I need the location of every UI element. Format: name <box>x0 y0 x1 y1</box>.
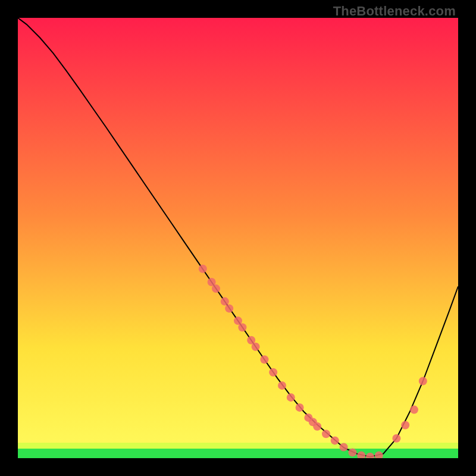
sample-point <box>260 355 268 364</box>
sample-point <box>225 304 233 312</box>
plot-area <box>18 18 458 458</box>
sample-point <box>278 381 286 390</box>
sample-point <box>410 406 418 414</box>
sample-point <box>340 443 348 452</box>
sample-point <box>392 434 400 443</box>
sample-point <box>348 448 356 456</box>
sample-point <box>331 436 339 444</box>
sample-point <box>238 323 246 331</box>
sample-point <box>419 377 427 386</box>
sample-point <box>401 421 409 430</box>
sample-point <box>296 403 304 412</box>
sample-point <box>252 343 260 351</box>
sample-point <box>199 265 207 273</box>
watermark-text: TheBottleneck.com <box>333 4 456 19</box>
sample-point <box>287 393 295 402</box>
sample-point <box>212 284 220 293</box>
sample-point <box>221 298 229 306</box>
chart-frame: TheBottleneck.com <box>0 0 476 476</box>
sample-point <box>269 368 277 377</box>
sample-point <box>322 430 330 438</box>
background-gradient <box>18 18 458 458</box>
green-band <box>18 447 458 458</box>
gradient-chart <box>18 18 458 458</box>
sample-point <box>313 422 321 431</box>
